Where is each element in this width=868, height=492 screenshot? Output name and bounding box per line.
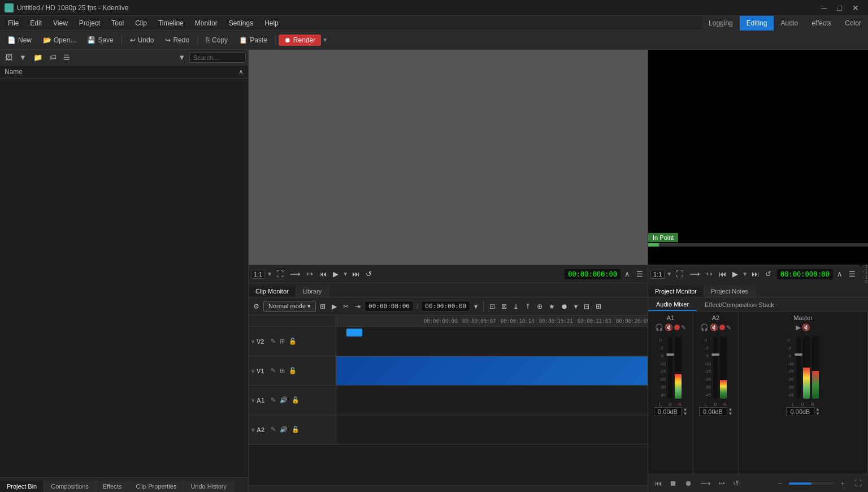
tl-insert-button[interactable]: ⤒ xyxy=(523,301,533,312)
project-play-button[interactable]: ▶ xyxy=(730,269,740,279)
tl-timecode-current[interactable]: 00:00:00:00 xyxy=(364,301,414,312)
project-zoom[interactable]: 1:1 xyxy=(650,270,665,279)
track-v2-lock[interactable]: 🔓 xyxy=(288,337,298,346)
track-v1-content[interactable] xyxy=(336,356,648,385)
mixer-zoom-in[interactable]: ＋ xyxy=(836,477,849,490)
project-forward-button[interactable]: ⏭ xyxy=(749,269,761,279)
clip-fullscreen-button[interactable]: ⛶ xyxy=(274,269,286,279)
track-a2-collapse[interactable]: ∨ xyxy=(251,426,255,433)
channel-master-vol-input[interactable] xyxy=(786,407,814,416)
tl-favorite-button[interactable]: ★ xyxy=(546,301,557,312)
save-button[interactable]: 💾 Save xyxy=(82,34,118,46)
channel-a1-rec[interactable] xyxy=(674,325,680,330)
tab-project-bin[interactable]: Project Bin xyxy=(0,481,44,492)
clip-in-point-button[interactable]: ⟿ xyxy=(288,269,303,279)
project-rewind-button[interactable]: ⏮ xyxy=(717,269,728,279)
channel-a1-headphone[interactable]: 🎧 xyxy=(655,323,663,331)
tl-rec-dropdown[interactable]: ▾ xyxy=(572,301,580,312)
channel-master-fader-knob[interactable] xyxy=(795,353,802,356)
bin-dropdown-button[interactable]: ▼ xyxy=(16,52,29,63)
mixer-play-button[interactable]: ⏮ xyxy=(652,478,665,489)
tl-tc-dropdown[interactable]: ▾ xyxy=(472,301,480,312)
tl-timecode-total[interactable]: 00:00:00:00 xyxy=(421,301,470,312)
mode-audio[interactable]: Audio xyxy=(774,16,805,31)
track-v1-clip[interactable] xyxy=(336,356,648,385)
track-a2-edit[interactable]: ✎ xyxy=(270,425,277,434)
clip-timecode-up[interactable]: ∧ xyxy=(622,269,632,279)
clip-rewind-button[interactable]: ⏮ xyxy=(317,269,329,279)
track-v2-collapse[interactable]: ∨ xyxy=(251,338,255,344)
tl-play-button[interactable]: ▶ xyxy=(329,301,339,312)
track-v1-edit[interactable]: ✎ xyxy=(270,366,277,375)
search-input[interactable] xyxy=(189,53,246,63)
tl-patch-button[interactable]: ⊕ xyxy=(535,301,545,312)
clip-loop-button[interactable]: ↺ xyxy=(363,269,374,279)
tab-clip-properties[interactable]: Clip Properties xyxy=(129,481,184,492)
bin-filter-button[interactable]: ▼ xyxy=(175,52,188,63)
menu-project[interactable]: Project xyxy=(73,18,106,29)
track-v1-lock[interactable]: 🔓 xyxy=(288,366,298,375)
render-button[interactable]: ⏺ Render xyxy=(279,34,321,46)
channel-master-headphone[interactable]: ▶ xyxy=(796,323,801,331)
tab-project-notes[interactable]: Project Notes xyxy=(704,286,756,297)
tl-subtitle-button[interactable]: ⊞ xyxy=(593,301,604,312)
clip-zoom[interactable]: 1:1 xyxy=(251,270,265,279)
mixer-rec-button[interactable]: ⏺ xyxy=(682,478,695,489)
channel-a2-pen[interactable]: ✎ xyxy=(726,324,731,331)
clip-zoom-dropdown[interactable]: ▼ xyxy=(267,271,272,277)
channel-a1-vol-input[interactable] xyxy=(654,407,682,416)
tab-audio-mixer[interactable]: Audio Mixer xyxy=(648,299,697,311)
menu-help[interactable]: Help xyxy=(259,18,284,29)
mixer-zoom-slider[interactable] xyxy=(789,482,834,485)
maximize-button[interactable]: □ xyxy=(833,2,847,14)
mixer-zoom-out[interactable]: － xyxy=(774,477,787,490)
menu-tool[interactable]: Tool xyxy=(106,18,129,29)
track-v2-content[interactable] xyxy=(336,327,648,356)
paste-button[interactable]: 📋 Paste xyxy=(234,34,272,46)
menu-edit[interactable]: Edit xyxy=(24,18,47,29)
track-a1-content[interactable] xyxy=(336,386,648,415)
tab-compositions[interactable]: Compositions xyxy=(44,481,96,492)
mode-color[interactable]: Color xyxy=(838,16,868,31)
project-loop-button[interactable]: ↺ xyxy=(763,269,774,279)
menu-file[interactable]: File xyxy=(2,18,24,29)
channel-master-vol-down[interactable]: ▼ xyxy=(815,412,820,416)
track-a1-collapse[interactable]: ∨ xyxy=(251,397,255,403)
channel-a2-vol-down[interactable]: ▼ xyxy=(728,412,733,416)
render-dropdown-arrow[interactable]: ▼ xyxy=(322,37,328,43)
mode-logging[interactable]: Logging xyxy=(702,16,740,31)
clip-play-button[interactable]: ▶ xyxy=(331,269,341,279)
tl-spacer-button[interactable]: ⇥ xyxy=(353,301,363,312)
project-menu-button[interactable]: ☰ xyxy=(847,269,858,279)
bin-menu-button[interactable]: ☰ xyxy=(60,52,73,63)
redo-button[interactable]: ↪ Redo xyxy=(160,34,194,46)
tab-library[interactable]: Library xyxy=(296,286,329,297)
tab-clip-monitor[interactable]: Clip Monitor xyxy=(249,286,296,297)
project-play-dropdown[interactable]: ▼ xyxy=(742,271,748,277)
track-v2-edit[interactable]: ✎ xyxy=(270,337,277,346)
track-v1-composite[interactable]: ⊞ xyxy=(279,366,286,375)
project-zoom-dropdown[interactable]: ▼ xyxy=(666,271,672,277)
track-v2-clip[interactable] xyxy=(346,329,362,336)
tl-extract-button[interactable]: ⊡ xyxy=(487,301,497,312)
tab-effect-stack[interactable]: Effect/Composition Stack xyxy=(697,299,782,310)
mixer-loop-button[interactable]: ↺ xyxy=(730,478,742,489)
track-a2-content[interactable] xyxy=(336,415,648,444)
menu-monitor[interactable]: Monitor xyxy=(189,18,223,29)
channel-a1-mute[interactable]: 🔇 xyxy=(665,323,673,331)
mixer-in-button[interactable]: ⟿ xyxy=(697,478,714,489)
menu-view[interactable]: View xyxy=(47,18,73,29)
close-button[interactable]: ✕ xyxy=(848,2,863,14)
mixer-fullscreen[interactable]: ⛶ xyxy=(852,478,865,489)
mode-effects[interactable]: effects xyxy=(805,16,838,31)
track-v2-composite[interactable]: ⊞ xyxy=(279,337,286,346)
mixer-stop-button[interactable]: ⏹ xyxy=(667,478,680,489)
tl-mode-select[interactable]: Normal mode ▾ xyxy=(263,301,316,312)
tl-cut-button[interactable]: ✂ xyxy=(341,301,351,312)
mixer-out-button[interactable]: ↦ xyxy=(716,478,728,489)
project-in-button[interactable]: ⟿ xyxy=(687,269,702,279)
titlebar-controls[interactable]: ─ □ ✕ xyxy=(817,2,863,14)
clip-menu-button[interactable]: ☰ xyxy=(634,269,645,279)
clip-out-point-button[interactable]: ↦ xyxy=(305,269,315,279)
project-fullscreen-button[interactable]: ⛶ xyxy=(674,269,685,279)
